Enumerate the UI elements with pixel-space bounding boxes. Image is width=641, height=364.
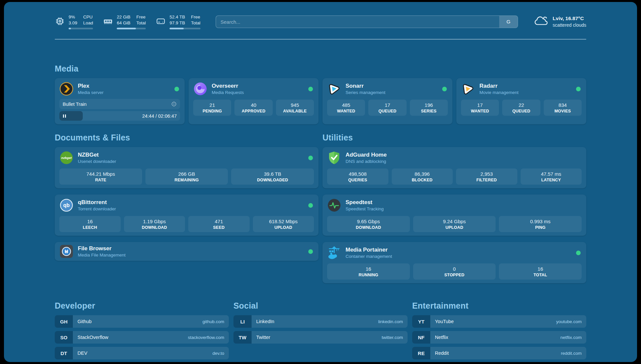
stat-value: 16: [61, 219, 119, 224]
bookmark-reddit[interactable]: RE Redditreddit.com: [412, 347, 586, 359]
stat-label: DOWNLOADED: [232, 178, 313, 182]
app-card-plex[interactable]: Plex Media server Bullet Train: [55, 78, 185, 124]
app-subtitle: Movie management: [479, 90, 572, 95]
header-bar: 9% 3.09 CPU Load: [55, 12, 586, 32]
cpu-usage-value: 9%: [69, 14, 77, 20]
search-engine-button[interactable]: G: [499, 16, 518, 28]
now-playing-title: Bullet Train: [63, 102, 87, 107]
bookmark-netflix[interactable]: NF Netflixnetflix.com: [412, 331, 586, 344]
stat-value: 40: [236, 102, 271, 108]
app-title: Radarr: [479, 83, 572, 89]
stat-label: RUNNING: [328, 273, 409, 277]
speedtest-pulse-icon: [327, 198, 341, 212]
bookmark-dev[interactable]: DT DEVdev.to: [55, 347, 229, 359]
stat-box: 196SERIES: [410, 100, 448, 116]
stat-value: 618.52 Mbps: [254, 219, 313, 224]
bookmark-linkedin[interactable]: LI LinkedInlinkedin.com: [233, 315, 408, 328]
memory-free-value: 22 GiB: [117, 14, 130, 20]
stat-value: 21: [195, 102, 230, 108]
stat-value: 9.65 Gbps: [328, 219, 409, 224]
app-card-filebrowser[interactable]: File Browser Media File Management: [55, 242, 319, 261]
camera-icon[interactable]: [171, 101, 177, 107]
overseerr-icon: [193, 82, 207, 96]
app-subtitle: DNS and adblocking: [346, 159, 582, 164]
pause-icon[interactable]: [63, 114, 66, 118]
stat-value: 0.993 ms: [500, 219, 580, 224]
app-card-sonarr[interactable]: Sonarr Series management 485WANTED 17QUE…: [322, 78, 452, 124]
app-title: Sonarr: [346, 83, 438, 89]
stat-box: 744.21 MbpsRATE: [59, 168, 142, 185]
header-divider: [55, 39, 586, 40]
bookmark-url: netflix.com: [560, 335, 582, 340]
bookmark-name: Twitter: [256, 335, 270, 340]
disk-progress-bar: [169, 28, 200, 29]
stat-box: 47.57 msLATENCY: [521, 168, 582, 185]
bookmark-name: Github: [77, 319, 92, 324]
stat-label: DOWNLOAD: [328, 225, 409, 230]
svg-text:qb: qb: [63, 202, 70, 208]
bookmark-github[interactable]: GH Githubgithub.com: [55, 315, 229, 328]
playback-progress-fill: [59, 111, 83, 121]
weather-location-temp: Lviv, 16.87°C: [553, 15, 586, 22]
app-card-qbittorrent[interactable]: qb qBittorrent Torrent downloader 16LEEC…: [55, 195, 319, 236]
bookmark-youtube[interactable]: YT YouTubeyoutube.com: [412, 315, 586, 328]
memory-progress-bar: [117, 28, 146, 29]
app-card-radarr[interactable]: Radarr Movie management 17WANTED 22QUEUE…: [456, 78, 586, 124]
stat-box: 16TOTAL: [499, 263, 582, 280]
app-title: NZBGet: [78, 152, 304, 158]
memory-total-value: 64 GiB: [117, 20, 130, 26]
app-title: Overseerr: [212, 83, 304, 89]
app-card-overseerr[interactable]: Overseerr Media Requests 21PENDING 40APP…: [189, 78, 319, 124]
stat-box: 1.19 GbpsDOWNLOAD: [124, 216, 185, 232]
cloud-icon: [533, 15, 548, 28]
stat-label: MOVIES: [545, 109, 580, 113]
bookmark-name: YouTube: [435, 319, 454, 324]
cpu-icon: [55, 16, 65, 28]
bookmark-abbr: YT: [412, 315, 430, 328]
stat-value: 17: [462, 102, 498, 108]
stat-box: 9.24 GbpsUPLOAD: [413, 216, 496, 232]
app-title: Speedtest: [346, 199, 582, 206]
stat-label: TOTAL: [500, 273, 580, 277]
app-card-speedtest[interactable]: Speedtest Speedtest Tracking 9.65 GbpsDO…: [322, 195, 586, 236]
bookmark-twitter[interactable]: TW Twittertwitter.com: [233, 331, 408, 344]
stat-value: 1.19 Gbps: [125, 219, 184, 224]
playback-progress-row: 24:44 / 02:06:47: [59, 111, 180, 121]
bookmark-abbr: TW: [233, 331, 252, 344]
now-playing-row: Bullet Train: [59, 99, 180, 109]
cpu-progress-bar: [69, 28, 93, 29]
search-input[interactable]: [216, 19, 518, 25]
section-title-utilities: Utilities: [322, 133, 586, 142]
plex-icon: [59, 82, 74, 96]
stat-value: 16: [500, 266, 580, 272]
stat-box: 17QUEUED: [368, 100, 406, 116]
stat-label: APPROVED: [236, 109, 271, 113]
stat-box: 498,508QUERIES: [327, 168, 388, 185]
app-card-nzbget[interactable]: nzbget NZBGet Usenet downloader 744.21 M…: [55, 147, 319, 188]
status-dot: [576, 87, 581, 91]
stat-box: 17WANTED: [461, 100, 499, 116]
app-subtitle: Media server: [78, 90, 170, 95]
weather-widget[interactable]: Lviv, 16.87°C scattered clouds: [533, 15, 586, 28]
app-subtitle: Series management: [346, 90, 438, 95]
stat-label: UPLOAD: [254, 225, 313, 230]
sonarr-icon: [327, 82, 341, 96]
status-dot: [174, 87, 179, 91]
app-card-portainer[interactable]: Media Portainer Container management 16R…: [322, 242, 586, 283]
status-dot: [308, 249, 313, 254]
weather-condition: scattered clouds: [553, 22, 586, 28]
portainer-crane-icon: [327, 246, 341, 260]
app-card-adguard[interactable]: AdGuard Home DNS and adblocking 498,508Q…: [322, 147, 586, 188]
stat-value: 945: [277, 102, 313, 108]
cpu-metric: 9% 3.09 CPU Load: [55, 14, 93, 29]
status-dot: [308, 203, 313, 208]
stat-label: LATENCY: [522, 178, 581, 182]
bookmark-stackoverflow[interactable]: SO StackOverflowstackoverflow.com: [55, 331, 229, 344]
stat-value: 498,508: [328, 171, 387, 177]
memory-icon: [103, 16, 113, 28]
bookmark-abbr: DT: [55, 347, 73, 359]
disk-icon: [156, 16, 166, 28]
stat-box: 266 GBREMAINING: [145, 168, 228, 185]
bookmark-abbr: GH: [55, 315, 73, 328]
stat-label: WANTED: [328, 109, 364, 113]
